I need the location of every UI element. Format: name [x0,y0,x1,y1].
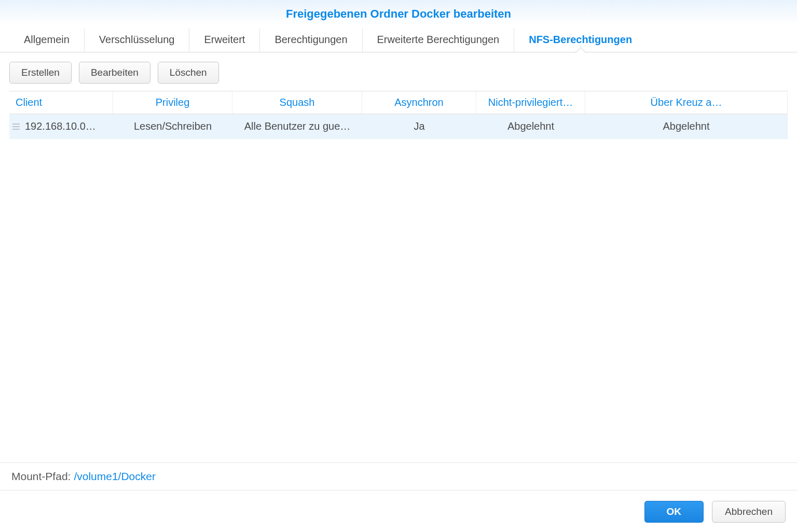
table-row[interactable]: 192.168.10.0… Lesen/Schreiben Alle Benut… [9,114,788,139]
cell-nonpriv: Abgelehnt [476,114,585,139]
tab-label: Verschlüsselung [99,34,175,45]
edit-button[interactable]: Bearbeiten [79,62,150,84]
titlebar: Freigegebenen Ordner Docker bearbeiten [0,0,797,26]
tab-nfs-permissions[interactable]: NFS-Berechtigungen [514,28,647,52]
tab-bar: Allgemein Verschlüsselung Erweitert Bere… [0,28,797,52]
col-privilege[interactable]: Privileg [113,91,232,114]
dialog-footer: OK Abbrechen [0,490,797,532]
ok-button[interactable]: OK [644,501,704,523]
cell-cross: Abgelehnt [585,114,788,139]
toolbar: Erstellen Bearbeiten Löschen [0,52,797,91]
table-header-row: Client Privileg Squash Asynchron Nicht-p… [9,91,788,114]
col-squash[interactable]: Squash [232,91,362,114]
cancel-button[interactable]: Abbrechen [712,501,786,523]
window-title: Freigegebenen Ordner Docker bearbeiten [286,7,511,20]
table-body: 192.168.10.0… Lesen/Schreiben Alle Benut… [9,114,788,139]
tab-advanced-permissions[interactable]: Erweiterte Berechtigungen [363,28,515,52]
cell-client: 192.168.10.0… [9,114,113,139]
mount-path-value: /volume1/Docker [74,470,156,483]
mount-path-row: Mount-Pfad: /volume1/Docker [0,462,797,490]
col-async[interactable]: Asynchron [362,91,476,114]
tab-label: Allgemein [24,34,70,45]
tab-encryption[interactable]: Verschlüsselung [85,28,190,52]
cell-async: Ja [362,114,476,139]
create-button[interactable]: Erstellen [9,62,72,84]
cell-privilege: Lesen/Schreiben [113,114,232,139]
tab-label: Erweiterte Berechtigungen [377,34,500,45]
tab-label: Berechtigungen [274,34,347,45]
col-cross[interactable]: Über Kreuz a… [585,91,788,114]
nfs-rules-table: Client Privileg Squash Asynchron Nicht-p… [9,91,788,462]
mount-path-label: Mount-Pfad: [11,470,71,483]
tab-general[interactable]: Allgemein [9,28,85,52]
dialog-window: Freigegebenen Ordner Docker bearbeiten A… [0,0,797,532]
cell-squash: Alle Benutzer zu gue… [232,114,362,139]
drag-handle-icon[interactable] [12,124,20,130]
cell-text: 192.168.10.0… [25,120,96,132]
col-nonpriv[interactable]: Nicht-privilegiert… [476,91,585,114]
tab-label: Erweitert [204,34,245,45]
tab-permissions[interactable]: Berechtigungen [260,28,362,52]
tab-advanced[interactable]: Erweitert [189,28,260,52]
col-client[interactable]: Client [9,91,113,114]
delete-button[interactable]: Löschen [158,62,219,84]
tab-label: NFS-Berechtigungen [529,34,632,45]
